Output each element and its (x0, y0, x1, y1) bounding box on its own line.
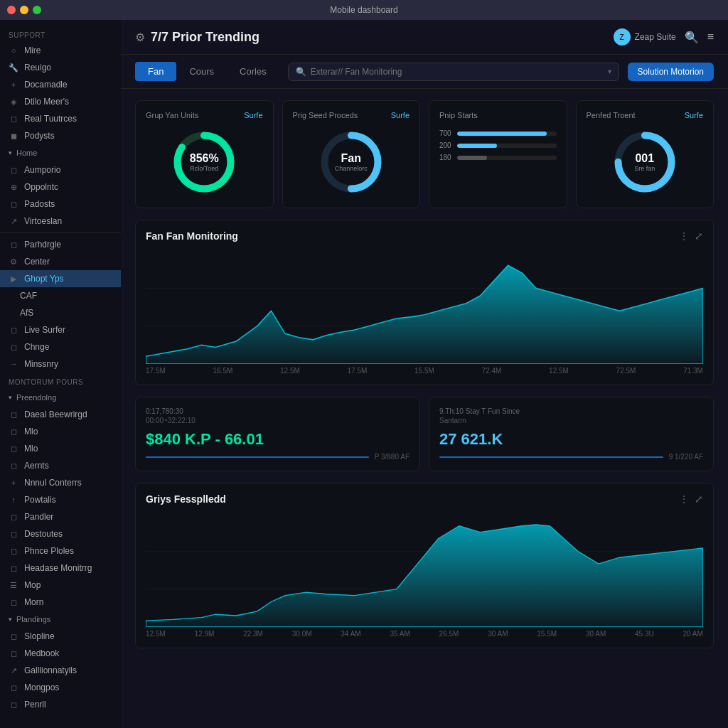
sidebar-item-label: Docamadle (24, 80, 68, 90)
sidebar-item-live-surfer[interactable]: ◻ Live Surfer (0, 321, 121, 338)
x-label-0: 17.5M (146, 367, 166, 375)
sidebar-item-medbook[interactable]: ◻ Medbook (0, 645, 121, 662)
sidebar-item-virtoeslan[interactable]: ↗ Virtoeslan (0, 213, 121, 230)
sidebar-item-label: Aumporio (24, 165, 60, 175)
tab-fan[interactable]: Fan (135, 62, 176, 81)
sidebar-section-free[interactable]: ▾ Preendolng (0, 389, 121, 406)
sidebar-item-reuigo[interactable]: 🔧 Reuigo (0, 59, 121, 76)
sidebar-item-oppolntc[interactable]: ⊕ Oppolntc (0, 178, 121, 196)
sidebar-item-label: Center (24, 257, 50, 267)
sidebar-section-plan[interactable]: ▾ Plandings (0, 611, 121, 628)
stat-footer-label-1: 9 1/220 AF (669, 453, 703, 461)
medbook-icon: ◻ (9, 649, 18, 658)
nnnul-icon: + (9, 478, 18, 487)
sidebar-item-aernts[interactable]: ◻ Aernts (0, 457, 121, 474)
sidebar-item-center[interactable]: ⚙ Center (0, 253, 121, 270)
morn-icon: ◻ (9, 598, 18, 607)
second-chart-expand-icon[interactable]: ⤢ (695, 493, 703, 505)
donut-wrap-3: 001 Sre fan (613, 130, 677, 194)
menu-icon[interactable]: ≡ (707, 31, 714, 43)
sidebar-item-mire[interactable]: ○ Mire (0, 42, 121, 59)
metric-link-3[interactable]: Surfe (685, 111, 703, 119)
sidebar-item-real[interactable]: ◻ Real Tuutrces (0, 110, 121, 127)
sidebar-item-gallion[interactable]: ↗ Galllionnatylls (0, 662, 121, 679)
sidebar-item-padosts[interactable]: ◻ Padosts (0, 196, 121, 213)
stat-sub-0: 00:00~32:22:10 (146, 417, 410, 424)
donut-wrap-0: 856% Rclo/Toed (172, 130, 236, 194)
sidebar-item-mongpos[interactable]: ◻ Mongpos (0, 679, 121, 696)
aernts-icon: ◻ (9, 461, 18, 471)
main-chart-svg (146, 250, 703, 364)
second-area-chart (146, 513, 703, 627)
metrics-row: Grup Yan Units Surfe 856% Rclo/Toed (135, 100, 714, 208)
metric-card-2: Pnip Starts 700 200 (429, 100, 567, 208)
sidebar-item-slopline[interactable]: ◻ Slopline (0, 628, 121, 645)
tab-corles[interactable]: Corles (227, 62, 279, 81)
main-chart-section: Fan Fan Monitoring ⋮ ⤢ (135, 220, 714, 385)
stat-line-1 (439, 456, 663, 458)
sidebar-section-plan-label: Plandings (16, 615, 50, 623)
donut-0: 856% Rclo/Toed (146, 127, 263, 198)
bar-row-2: 180 (439, 154, 557, 161)
stat-meta-0: 0:17,780:30 (146, 407, 410, 415)
sidebar-item-penrll[interactable]: ◻ Penrll (0, 696, 121, 713)
titlebar: Mobile dashboard (0, 0, 728, 20)
minssnry-icon: → (9, 360, 18, 368)
stat-footer-0: P 3/880 AF (146, 453, 410, 461)
metric-card-3: Penfed Troent Surfe 001 Sre fan (576, 100, 714, 208)
minimize-dot[interactable] (20, 6, 28, 14)
second-chart-pin-icon[interactable]: ⋮ (679, 493, 689, 505)
metric-link-0[interactable]: Surfe (244, 111, 262, 119)
maximize-dot[interactable] (33, 6, 41, 14)
sidebar-item-pandler[interactable]: ◻ Pandler (0, 508, 121, 525)
x2-label-11: 20 AM (683, 630, 703, 638)
sidebar-section-free-label: Preendolng (16, 393, 56, 402)
sidebar-item-label: Ghopt Yps (24, 274, 64, 284)
sidebar-item-mop[interactable]: ☰ Mop (0, 577, 121, 594)
action-button[interactable]: Solution Motorion (628, 63, 714, 81)
sidebar-item-parhdrgle[interactable]: ◻ Parhdrgle (0, 236, 121, 253)
sidebar-item-afs[interactable]: AfS (0, 304, 121, 321)
sidebar-item-morn[interactable]: ◻ Morn (0, 594, 121, 611)
chart-expand-icon[interactable]: ⤢ (695, 230, 703, 242)
mop-icon: ☰ (9, 581, 18, 590)
bar-label-1: 200 (439, 141, 451, 149)
sidebar-item-chnge[interactable]: ◻ Chnge (0, 338, 121, 355)
sidebar-item-mlo2[interactable]: ◻ Mlo (0, 440, 121, 457)
donut-text-1: Fan Channelorc (335, 152, 368, 172)
settings-icon[interactable]: ⚙ (135, 31, 145, 44)
sidebar-item-aumporio[interactable]: ◻ Aumporio (0, 161, 121, 178)
sidebar-item-destoutes[interactable]: ◻ Destoutes (0, 525, 121, 542)
tab-cours[interactable]: Cours (176, 62, 227, 81)
sidebar-item-label: Headase Monitrrg (24, 563, 92, 573)
sidebar-item-nnnul[interactable]: + Nnnul Conterrs (0, 474, 121, 491)
sidebar-item-powtalis[interactable]: ↑ Powtalis (0, 491, 121, 508)
bar-mini-2: 700 200 180 (439, 127, 557, 164)
sidebar-item-caf[interactable]: CAF (0, 287, 121, 304)
sidebar-item-mlo1[interactable]: ◻ Mlo (0, 423, 121, 440)
chart-pin-icon[interactable]: ⋮ (679, 230, 689, 242)
sidebar-item-ghopt[interactable]: ▶ Ghopt Yps (0, 270, 121, 287)
second-chart-actions[interactable]: ⋮ ⤢ (679, 493, 703, 505)
sidebar-item-dtilo[interactable]: ◈ Dtilo Meer's (0, 93, 121, 110)
window-title: Mobile dashboard (330, 5, 397, 15)
sidebar-item-label: Mongpos (24, 682, 59, 692)
sidebar-item-phnce[interactable]: ◻ Phnce Ploles (0, 542, 121, 560)
close-dot[interactable] (7, 6, 16, 14)
tab-search-box[interactable]: 🔍 ▾ (288, 63, 619, 81)
metric-link-1[interactable]: Surfe (391, 111, 410, 119)
sidebar-item-podysts[interactable]: ◼ Podysts (0, 127, 121, 144)
chart-actions[interactable]: ⋮ ⤢ (679, 230, 703, 242)
search-icon[interactable]: 🔍 (685, 31, 699, 44)
sidebar-item-headase[interactable]: ◻ Headase Monitrrg (0, 560, 121, 577)
sidebar-section-home[interactable]: ▾ Home (0, 144, 121, 161)
sidebar-item-label: Minssnry (24, 359, 58, 369)
sidebar-item-label: Real Tuutrces (24, 114, 77, 124)
page-title: 7/7 Prior Trending (151, 30, 259, 45)
sidebar-item-docamadle[interactable]: + Docamadle (0, 76, 121, 93)
search-input[interactable] (311, 67, 604, 77)
sidebar-item-daeal[interactable]: ◻ Daeal Beewrirgd (0, 406, 121, 423)
plan-chevron-icon: ▾ (9, 616, 12, 623)
stat-line-0 (146, 456, 369, 458)
sidebar-item-minssnry[interactable]: → Minssnry (0, 355, 121, 373)
